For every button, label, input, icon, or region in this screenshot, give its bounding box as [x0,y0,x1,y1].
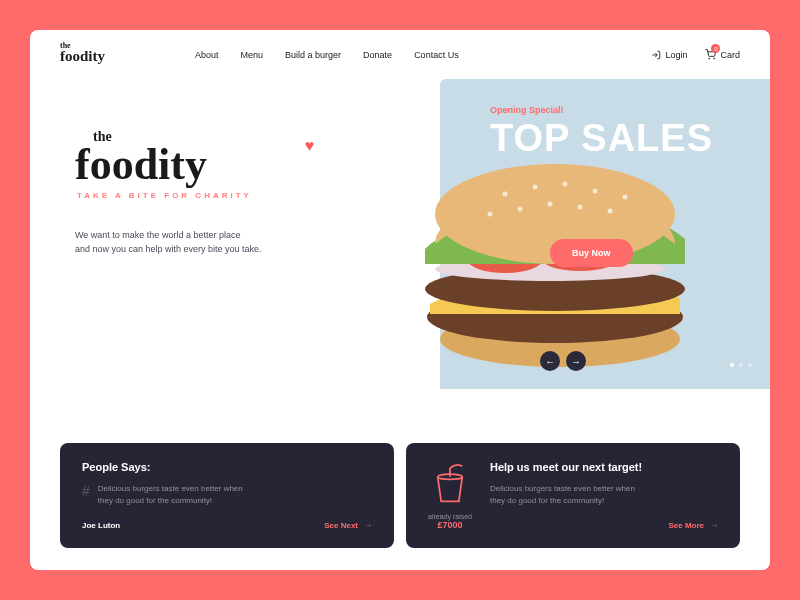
hero-description: We want to make the world a better place… [75,228,295,257]
quote-line2: they do good for the community! [98,496,212,505]
login-link[interactable]: Login [651,50,687,60]
cup-section: already raised £7000 [428,461,472,530]
target-title: Help us meet our next target! [490,461,718,473]
svg-point-9 [503,192,508,197]
hero-logo: the foodity ♥ TAKE A BITE FOR CHARITY [75,129,374,200]
slider-dots [730,363,752,367]
slider-next-button[interactable]: → [566,351,586,371]
svg-point-10 [533,185,538,190]
svg-point-0 [709,58,710,59]
target-desc-line1: Delicious burgers taste even better when [490,484,635,493]
nav-about[interactable]: About [195,50,219,60]
hero-right: Opening Special! TOP SALES Buy Now ← → [440,79,770,389]
svg-point-15 [548,202,553,207]
hash-icon: # [82,483,90,499]
cart-link[interactable]: 0 Card [705,49,740,60]
nav-menu[interactable]: Menu [241,50,264,60]
main-nav: About Menu Build a burger Donate Contact… [195,50,459,60]
svg-point-18 [623,195,628,200]
raised-amount: £7000 [428,520,472,530]
bottom-cards: People Says: # Delicious burgers taste e… [30,443,770,548]
hero-left: the foodity ♥ TAKE A BITE FOR CHARITY We… [75,99,374,409]
hero-tagline: TAKE A BITE FOR CHARITY [77,191,374,200]
cart-badge: 0 [711,44,720,53]
cart-label: Card [720,50,740,60]
testimonial-quote: # Delicious burgers taste even better wh… [82,483,372,507]
arrow-right-icon: → [364,521,372,530]
hero-logo-name: foodity ♥ [75,145,374,185]
dot-2[interactable] [739,363,743,367]
svg-point-1 [714,58,715,59]
svg-point-12 [593,189,598,194]
arrow-right-icon: → [710,521,718,530]
heart-icon: ♥ [305,139,315,153]
quote-text: Delicious burgers taste even better when… [98,483,243,507]
login-label: Login [665,50,687,60]
dot-1[interactable] [730,363,734,367]
nav-contact[interactable]: Contact Us [414,50,459,60]
testimonial-title: People Says: [82,461,372,473]
nav-build[interactable]: Build a burger [285,50,341,60]
header-right: Login 0 Card [651,49,740,60]
logo-small[interactable]: the foodity [60,44,105,65]
see-next-label: See Next [324,521,358,530]
slider-prev-button[interactable]: ← [540,351,560,371]
nav-donate[interactable]: Donate [363,50,392,60]
target-description: Delicious burgers taste even better when… [490,483,718,507]
target-card: already raised £7000 Help us meet our ne… [406,443,740,548]
svg-point-20 [438,474,463,479]
hero-desc-line2: and now you can help with every bite you… [75,244,262,254]
see-more-label: See More [668,521,704,530]
logo-name: foodity [60,48,105,64]
hero-section: the foodity ♥ TAKE A BITE FOR CHARITY We… [30,79,770,409]
svg-point-16 [578,205,583,210]
hero-desc-line1: We want to make the world a better place [75,230,240,240]
slider-nav: ← → [540,351,586,371]
opening-label: Opening Special! [490,105,564,115]
see-next-link[interactable]: See Next → [324,521,372,530]
header: the foodity About Menu Build a burger Do… [30,30,770,79]
raised-label: already raised [428,513,472,520]
see-more-link[interactable]: See More → [668,521,718,530]
quote-line1: Delicious burgers taste even better when [98,484,243,493]
buy-now-button[interactable]: Buy Now [550,239,633,267]
svg-point-11 [563,182,568,187]
cup-icon [432,461,468,505]
svg-point-17 [608,209,613,214]
login-icon [651,50,661,60]
target-desc-line2: they do good for the community! [490,496,604,505]
testimonial-footer: Joe Luton See Next → [82,521,372,530]
dot-3[interactable] [748,363,752,367]
testimonial-author: Joe Luton [82,521,120,530]
testimonial-card: People Says: # Delicious burgers taste e… [60,443,394,548]
svg-point-13 [488,212,493,217]
target-footer: See More → [490,521,718,530]
hero-logo-text: foodity [75,140,207,189]
svg-point-14 [518,207,523,212]
target-content: Help us meet our next target! Delicious … [490,461,718,530]
